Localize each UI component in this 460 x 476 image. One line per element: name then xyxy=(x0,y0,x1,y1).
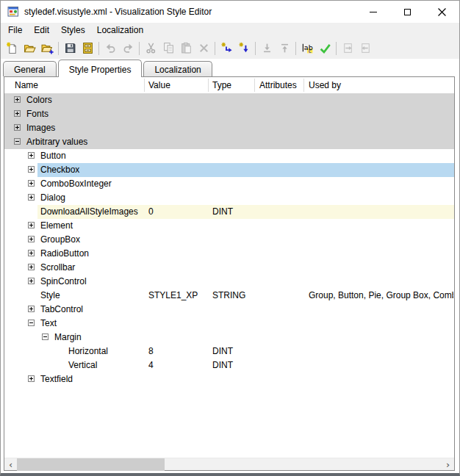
menu-file[interactable]: File xyxy=(2,24,28,37)
column-divider[interactable] xyxy=(144,79,145,92)
tree-row-element[interactable]: Element xyxy=(4,219,454,233)
redo-button xyxy=(119,40,137,57)
tree-row-textfield[interactable]: Textfield xyxy=(4,372,454,386)
tree-row-dialog[interactable]: Dialog xyxy=(4,191,454,205)
column-divider[interactable] xyxy=(303,79,304,92)
row-name: Textfield xyxy=(40,372,73,386)
open-file-button[interactable] xyxy=(21,40,38,57)
row-name: Colors xyxy=(26,93,52,107)
column-divider[interactable] xyxy=(208,79,209,92)
row-name: DownloadAllStyleImages xyxy=(40,205,138,219)
edit-text-button[interactable]: abc xyxy=(298,40,316,57)
app-icon xyxy=(7,6,19,18)
tree-row-fonts[interactable]: Fonts xyxy=(4,107,454,121)
column-header-name[interactable]: Name xyxy=(15,77,38,93)
cut-icon xyxy=(145,42,157,54)
scrollbar-thumb[interactable] xyxy=(17,458,165,471)
app-window: styledef.visustyle.xml - Visualization S… xyxy=(0,0,460,476)
tree-row-text[interactable]: Text xyxy=(4,317,454,331)
tree-row-button[interactable]: Button xyxy=(4,149,454,163)
expand-icon[interactable] xyxy=(28,236,35,242)
new-file-button[interactable] xyxy=(3,40,21,57)
column-header-attributes[interactable]: Attributes xyxy=(259,77,297,93)
expand-icon[interactable] xyxy=(14,96,21,103)
tree-row-checkbox[interactable]: Checkbox xyxy=(4,163,454,177)
row-value: 8 xyxy=(148,345,154,358)
add-style-button[interactable] xyxy=(218,40,235,57)
save-archive-button[interactable] xyxy=(79,40,96,57)
tree-row-colors[interactable]: Colors xyxy=(4,93,454,107)
tree-row-vertical[interactable]: Vertical4DINT xyxy=(4,358,454,372)
tab-localization[interactable]: Localization xyxy=(143,61,212,76)
move-down-button xyxy=(258,40,276,57)
column-header-value[interactable]: Value xyxy=(148,77,170,93)
close-icon xyxy=(438,8,446,16)
validate-button[interactable] xyxy=(316,40,334,57)
tab-strip: GeneralStyle PropertiesLocalization xyxy=(1,59,459,76)
save-button[interactable] xyxy=(61,40,79,57)
expand-icon[interactable] xyxy=(28,194,35,201)
maximize-button[interactable] xyxy=(390,1,425,23)
tree-row-scrollbar[interactable]: Scrollbar xyxy=(4,261,454,275)
tree-row-tabcontrol[interactable]: TabControl xyxy=(4,303,454,317)
minimize-button[interactable] xyxy=(356,1,390,23)
expand-icon[interactable] xyxy=(28,264,35,270)
tab-style-properties[interactable]: Style Properties xyxy=(58,60,143,77)
export-images-icon xyxy=(359,42,372,54)
expand-icon[interactable] xyxy=(28,306,35,312)
scrollbar-track[interactable] xyxy=(17,458,442,470)
tree-row-comboboxinteger[interactable]: ComboBoxInteger xyxy=(4,177,454,191)
tree-row-groupbox[interactable]: GroupBox xyxy=(4,233,454,247)
column-header-type[interactable]: Type xyxy=(212,77,231,93)
menu-edit[interactable]: Edit xyxy=(28,24,55,37)
expand-icon[interactable] xyxy=(28,278,35,284)
tree-row-horizontal[interactable]: Horizontal8DINT xyxy=(4,345,454,358)
tree-row-radiobutton[interactable]: RadioButton xyxy=(4,247,454,261)
delete-icon xyxy=(198,42,210,54)
tree-row-arbitrary-values[interactable]: Arbitrary values xyxy=(4,135,454,149)
expand-icon[interactable] xyxy=(28,375,35,382)
scroll-right-button[interactable]: › xyxy=(442,458,454,471)
row-name: ComboBoxInteger xyxy=(40,177,112,191)
row-name: Text xyxy=(40,317,57,331)
menubar: FileEditStylesLocalization xyxy=(1,23,459,37)
tree-row-style[interactable]: StyleSTYLE1_XPSTRINGGroup, Button, Pie, … xyxy=(4,289,454,303)
row-name: Margin xyxy=(54,331,82,345)
collapse-icon[interactable] xyxy=(28,320,35,326)
tree-row-images[interactable]: Images xyxy=(4,121,454,135)
open-file-add-icon xyxy=(41,42,54,54)
open-file-add-button[interactable] xyxy=(38,40,56,57)
add-substyle-button[interactable] xyxy=(235,40,253,57)
expand-icon[interactable] xyxy=(28,152,35,159)
collapse-icon[interactable] xyxy=(14,138,21,145)
menu-localization[interactable]: Localization xyxy=(91,24,149,37)
close-button[interactable] xyxy=(425,1,459,23)
column-header-used-by[interactable]: Used by xyxy=(309,77,341,93)
scroll-left-button[interactable]: ‹ xyxy=(4,458,17,471)
expand-icon[interactable] xyxy=(14,124,21,131)
expand-icon[interactable] xyxy=(28,166,35,173)
row-name: Scrollbar xyxy=(40,261,75,275)
tree-row-spincontrol[interactable]: SpinControl xyxy=(4,275,454,289)
column-divider[interactable] xyxy=(254,79,255,92)
expand-icon[interactable] xyxy=(14,110,21,117)
collapse-icon[interactable] xyxy=(42,333,48,340)
validate-icon xyxy=(319,42,331,54)
tree-row-downloadallstyleimages[interactable]: DownloadAllStyleImages0DINT xyxy=(4,205,454,219)
expand-icon[interactable] xyxy=(28,180,35,187)
horizontal-scrollbar[interactable]: ‹ › xyxy=(4,458,454,470)
window-controls xyxy=(356,1,459,23)
expand-icon[interactable] xyxy=(28,250,35,256)
row-name: SpinControl xyxy=(40,275,87,289)
save-archive-icon xyxy=(82,42,94,54)
expand-icon[interactable] xyxy=(28,222,35,228)
menu-styles[interactable]: Styles xyxy=(55,24,91,37)
row-name: Element xyxy=(40,219,73,233)
tree-row-margin[interactable]: Margin xyxy=(4,331,454,345)
toolbar-separator xyxy=(255,42,256,55)
row-type: STRING xyxy=(212,289,245,303)
tab-general[interactable]: General xyxy=(3,61,57,76)
import-images-icon xyxy=(342,42,354,54)
toolbar-separator xyxy=(215,42,215,55)
redo-icon xyxy=(122,42,134,54)
